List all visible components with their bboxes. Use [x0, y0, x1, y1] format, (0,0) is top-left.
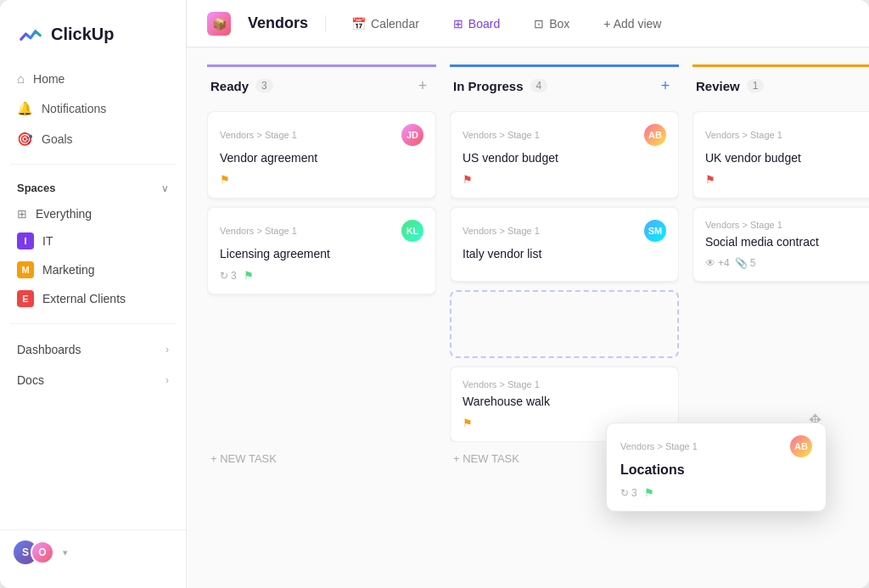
card-meta-us: Vendors > Stage 1 AB: [463, 124, 666, 146]
sidebar-item-it[interactable]: I IT: [7, 227, 179, 255]
card-uk-vendor-budget[interactable]: Vendors > Stage 1 RK UK vendor budget ⚑: [692, 111, 869, 199]
sidebar-dashboards-label: Dashboards: [17, 343, 81, 356]
attach-num-social: 5: [750, 257, 756, 269]
new-task-ready-label: + NEW TASK: [210, 452, 277, 465]
comment-num-2: 3: [231, 270, 237, 282]
floating-flag-icon: ⚑: [644, 486, 654, 499]
floating-card-container: ✥ Vendors > Stage 1 AB Locations ↻ 3: [606, 423, 827, 512]
floating-card-footer: ↻ 3 ⚑: [620, 486, 812, 499]
spaces-header: Spaces ∨: [0, 175, 186, 201]
card-us-vendor-budget[interactable]: Vendors > Stage 1 AB US vendor budget ⚑: [450, 111, 679, 199]
flag-green-icon-2: ⚑: [244, 269, 254, 282]
add-view-button[interactable]: + Add view: [595, 12, 670, 36]
flag-red-icon-us: ⚑: [463, 173, 473, 186]
attach-count-social: 📎 5: [735, 257, 756, 269]
sidebar-bottom: S O ▾: [0, 529, 186, 574]
add-view-label: + Add view: [603, 17, 661, 31]
user-menu-chevron[interactable]: ▾: [63, 547, 68, 558]
card-meta-warehouse: Vendors > Stage 1: [463, 379, 666, 389]
card-avatar-1: JD: [401, 124, 423, 146]
everything-icon: ⊞: [17, 207, 27, 221]
card-path-us: Vendors > Stage 1: [463, 130, 540, 140]
app-window: ClickUp ⌂ Home 🔔 Notifications 🎯 Goals S…: [0, 0, 869, 588]
external-badge: E: [17, 290, 34, 307]
logo: ClickUp: [0, 14, 186, 64]
sidebar-item-marketing[interactable]: M Marketing: [7, 255, 179, 284]
floating-card-avatar: AB: [790, 435, 812, 457]
card-actions-social: 👁 +4 📎 5: [705, 257, 755, 269]
board-icon: ⊞: [453, 17, 463, 31]
floating-card-path: Vendors > Stage 1: [620, 441, 698, 451]
marketing-badge: M: [17, 261, 34, 278]
sidebar-item-everything-label: Everything: [36, 207, 92, 221]
paperclip-icon-social: 📎: [735, 257, 748, 269]
card-title-social: Social media contract: [705, 235, 869, 249]
box-icon: ⊡: [534, 17, 544, 31]
eye-icon-social: 👁: [705, 257, 715, 269]
sidebar-item-goals[interactable]: 🎯 Goals: [7, 125, 179, 154]
column-count-review: 1: [747, 79, 765, 92]
card-licensing-agreement[interactable]: Vendors > Stage 1 KL Licensing agreement…: [207, 207, 436, 294]
watch-count-social: 👁 +4: [705, 257, 730, 269]
card-title-warehouse: Warehouse walk: [463, 395, 666, 408]
flag-yellow-icon-warehouse: ⚑: [463, 417, 473, 429]
new-task-ready[interactable]: + NEW TASK: [207, 445, 436, 472]
tab-calendar[interactable]: 📅 Calendar: [343, 12, 428, 36]
logo-text: ClickUp: [51, 25, 114, 44]
card-italy-vendor-list[interactable]: Vendors > Stage 1 SM Italy vendor list: [450, 207, 679, 282]
page-title: Vendors: [248, 14, 308, 32]
floating-comment-count: ↻ 3: [620, 487, 637, 499]
docs-chevron-icon: ›: [165, 374, 169, 386]
column-body-inprogress: Vendors > Stage 1 AB US vendor budget ⚑: [450, 111, 679, 442]
column-body-review: Vendors > Stage 1 RK UK vendor budget ⚑: [692, 111, 869, 472]
watch-num-social: +4: [718, 257, 730, 269]
sidebar-nav: ⌂ Home 🔔 Notifications 🎯 Goals: [0, 64, 186, 154]
column-count-ready: 3: [255, 79, 273, 92]
card-title-vendor-agreement: Vendor agreement: [220, 151, 423, 165]
column-title-review: Review: [696, 79, 740, 93]
card-meta-italy: Vendors > Stage 1 SM: [463, 220, 666, 242]
avatar-o: O: [31, 540, 54, 564]
column-add-inprogress[interactable]: +: [655, 76, 676, 96]
card-path-social: Vendors > Stage 1: [705, 220, 782, 230]
bell-icon: 🔔: [17, 101, 33, 116]
card-title-us-vendor: US vendor budget: [463, 151, 666, 165]
card-title-italy: Italy vendor list: [463, 247, 666, 260]
card-social-media-contract[interactable]: Vendors > Stage 1 Social media contract …: [692, 207, 869, 282]
new-task-inprogress-label: + NEW TASK: [453, 452, 519, 465]
home-icon: ⌂: [17, 71, 25, 86]
spaces-title: Spaces: [17, 182, 56, 194]
card-path-1: Vendors > Stage 1: [220, 130, 297, 140]
page-icon: 📦: [207, 12, 231, 36]
calendar-icon: 📅: [351, 17, 366, 31]
sidebar-item-everything[interactable]: ⊞ Everything: [7, 201, 179, 227]
tab-board[interactable]: ⊞ Board: [445, 12, 508, 36]
column-header-inprogress: In Progress 4 +: [450, 64, 679, 104]
floating-card-locations[interactable]: Vendors > Stage 1 AB Locations ↻ 3 ⚑: [606, 423, 827, 512]
card-footer-uk: ⚑: [705, 173, 869, 186]
floating-comment-icon: ↻: [620, 487, 629, 499]
card-avatar-italy: SM: [644, 220, 666, 242]
card-placeholder: [450, 290, 679, 358]
column-header-review: Review 1 +: [692, 64, 869, 104]
column-header-ready: Ready 3 +: [207, 64, 436, 104]
flag-yellow-icon-1: ⚑: [220, 173, 230, 186]
sidebar-item-dashboards[interactable]: Dashboards ›: [0, 334, 186, 365]
main-header: 📦 Vendors 📅 Calendar ⊞ Board ⊡ Box + Add…: [187, 0, 869, 48]
sidebar-item-docs[interactable]: Docs ›: [0, 365, 186, 395]
sidebar-item-external[interactable]: E External Clients: [7, 284, 179, 313]
card-vendor-agreement[interactable]: Vendors > Stage 1 JD Vendor agreement ⚑: [207, 111, 436, 199]
tab-box-label: Box: [549, 17, 569, 31]
card-path-2: Vendors > Stage 1: [220, 226, 297, 236]
floating-card-actions: ↻ 3: [620, 487, 637, 499]
spaces-chevron-icon[interactable]: ∨: [161, 182, 169, 194]
column-title-ready: Ready: [210, 79, 249, 93]
sidebar-divider-2: [10, 323, 176, 324]
column-body-ready: Vendors > Stage 1 JD Vendor agreement ⚑: [207, 111, 436, 442]
card-footer-2: ↻ 3 ⚑: [220, 269, 423, 282]
sidebar-item-home[interactable]: ⌂ Home: [7, 64, 179, 92]
tab-box[interactable]: ⊡ Box: [525, 12, 578, 36]
sidebar-item-notifications[interactable]: 🔔 Notifications: [7, 94, 179, 123]
card-actions-2: ↻ 3: [220, 270, 237, 282]
column-add-ready[interactable]: +: [412, 76, 433, 96]
